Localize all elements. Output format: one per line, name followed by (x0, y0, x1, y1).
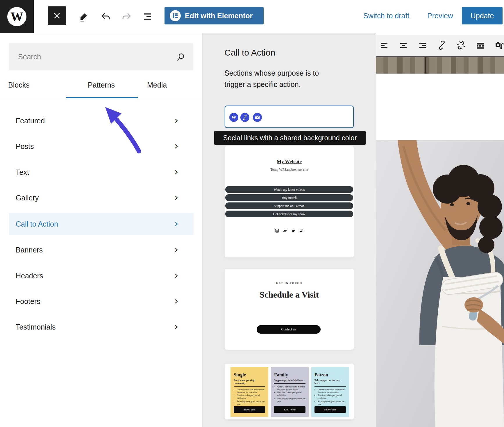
unlink-icon[interactable] (457, 41, 465, 50)
pricing-bullets: General admission and member discounts f… (314, 388, 346, 406)
pricing-column-patron: Patron Take support to the next level. G… (311, 367, 349, 417)
bandcamp-icon (283, 229, 287, 233)
wood-floor-image (376, 57, 504, 74)
pricing-bullets: General admission and member discounts f… (234, 388, 265, 406)
undo-button[interactable] (99, 10, 112, 23)
search-input[interactable] (17, 52, 176, 61)
update-button[interactable]: Update (462, 7, 503, 24)
align-center-icon[interactable] (399, 41, 408, 50)
align-left-icon[interactable] (380, 41, 389, 50)
sidebar-item-headers[interactable]: Headers› (0, 264, 203, 289)
redo-button[interactable] (120, 10, 133, 23)
pattern-link-in-bio[interactable]: My Website Temp WPSandbox test site Watc… (225, 146, 354, 257)
chevron-right-icon: › (174, 321, 178, 332)
bio-button: Get tickets for my show (225, 211, 353, 217)
chevron-right-icon: › (174, 140, 178, 152)
search-box (9, 43, 193, 70)
sidebar-item-banners[interactable]: Banners› (0, 238, 203, 263)
twitter-icon (291, 229, 295, 233)
pricing-title: Family (274, 372, 305, 378)
bio-button: Watch my latest videos (225, 186, 353, 193)
bio-site-tagline: Temp WPSandbox test site (225, 168, 354, 172)
chevron-right-icon: › (174, 191, 178, 203)
edit-with-elementor-label: Edit with Elementor (185, 12, 253, 20)
search-icon (176, 53, 185, 61)
chevron-right-icon: › (174, 243, 178, 255)
painter-photo (376, 140, 504, 427)
close-inserter-button[interactable] (48, 6, 66, 25)
list-view-icon (143, 11, 153, 22)
close-icon (53, 12, 60, 19)
link-icon[interactable] (437, 41, 446, 50)
edit-with-elementor-button[interactable]: Edit with Elementor (165, 7, 264, 24)
chevron-right-icon: › (174, 295, 178, 307)
block-toolbar (376, 34, 504, 57)
pattern-schedule-visit[interactable]: GET IN TOUCH Schedule a Visit Contact us (225, 269, 354, 350)
link-social-icon (240, 113, 249, 122)
active-tab-underline (66, 97, 138, 98)
twitch-icon (299, 229, 303, 233)
pricing-column-single: Single Enrich our growing community. Gen… (230, 367, 268, 417)
bio-social-icons-row (225, 229, 354, 233)
sidebar-item-posts[interactable]: Posts› (0, 134, 203, 160)
sidebar-item-featured[interactable]: Featured› (0, 108, 203, 134)
price-button: $110 / year (234, 406, 265, 413)
pencil-icon (79, 12, 89, 22)
divider (234, 386, 265, 387)
mail-social-icon (253, 113, 262, 122)
divider (274, 383, 305, 384)
sidebar-item-text[interactable]: Text› (0, 160, 203, 186)
visit-kicker: GET IN TOUCH (225, 282, 354, 284)
chevron-right-icon: › (174, 166, 178, 177)
pattern-tooltip: Social links with a shared background co… (214, 131, 366, 145)
inserter-tabs: Blocks Patterns Media (0, 76, 203, 98)
tab-blocks[interactable]: Blocks (8, 81, 30, 89)
pricing-bullets: General admission and member discounts f… (274, 385, 305, 403)
pricing-subtitle: Enrich our growing community. (234, 379, 265, 385)
undo-icon (100, 11, 111, 22)
chevron-right-icon: › (174, 269, 178, 281)
pricing-subtitle: Take support to the next level. (314, 379, 346, 385)
list-view-button[interactable] (141, 10, 155, 23)
pattern-social-links[interactable]: W (225, 106, 354, 128)
preview-link[interactable]: Preview (427, 12, 453, 20)
pattern-category-description: Sections whose purpose is to trigger a s… (224, 67, 329, 90)
wordpress-w-icon: W (7, 7, 26, 26)
chevron-right-icon: › (174, 218, 178, 229)
price-button: $400 / year (314, 406, 346, 413)
bio-site-title: My Website (225, 159, 354, 165)
contact-us-button: Contact us (257, 325, 321, 334)
chevron-right-icon: › (174, 114, 178, 126)
rows-icon[interactable] (476, 41, 485, 50)
pricing-title: Single (234, 372, 265, 378)
sidebar-item-call-to-action[interactable]: Call to Action› (0, 212, 203, 237)
pattern-pricing-table[interactable]: Single Enrich our growing community. Gen… (225, 364, 354, 419)
bio-button: Buy merch (225, 194, 353, 201)
elementor-icon (170, 10, 181, 21)
price-button: $200 / year (274, 406, 305, 413)
redo-icon (121, 11, 132, 22)
pricing-subtitle: Support special exhibitions. (274, 379, 305, 382)
instagram-icon (275, 229, 279, 233)
align-right-icon[interactable] (418, 41, 427, 50)
pattern-preview-panel: Call to Action Sections whose purpose is… (203, 33, 376, 427)
media-icon[interactable] (495, 41, 504, 50)
tab-media[interactable]: Media (147, 81, 167, 89)
switch-to-draft-link[interactable]: Switch to draft (363, 12, 409, 20)
canvas-white-space (376, 74, 504, 140)
sidebar-item-gallery[interactable]: Gallery› (0, 186, 203, 211)
wordpress-logo[interactable]: W (0, 0, 34, 33)
pattern-category-title: Call to Action (224, 48, 275, 58)
tab-patterns[interactable]: Patterns (88, 81, 115, 89)
divider (314, 386, 346, 387)
sidebar-item-footers[interactable]: Footers› (0, 289, 203, 315)
wordpress-block-editor: W (0, 0, 504, 427)
wordpress-social-icon: W (229, 113, 238, 122)
pricing-title: Patron (314, 372, 346, 378)
top-toolbar: W (0, 0, 504, 33)
edit-mode-button[interactable] (77, 10, 90, 23)
inserter-sidebar: Blocks Patterns Media Featured› Posts› T… (0, 33, 203, 427)
visit-title: Schedule a Visit (225, 290, 354, 300)
pricing-column-family: Family Support special exhibitions. Gene… (271, 367, 309, 417)
sidebar-item-testimonials[interactable]: Testimonials› (0, 315, 203, 340)
